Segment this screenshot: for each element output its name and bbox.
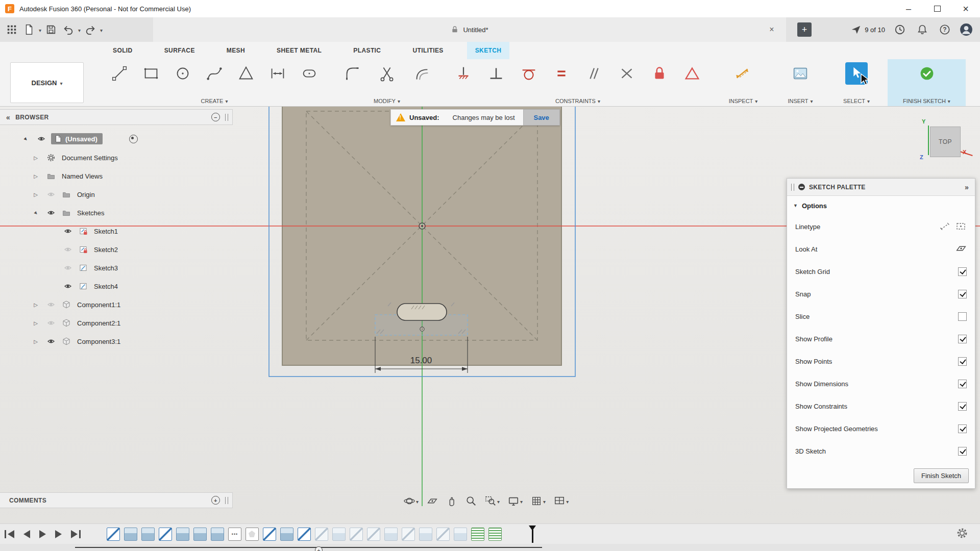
- timeline-zoom-plus-icon[interactable]: [315, 546, 323, 551]
- ghost-sketch[interactable]: [315, 528, 328, 541]
- select-group-label[interactable]: SELECT: [843, 98, 870, 104]
- expand-arrow-icon[interactable]: [28, 210, 43, 216]
- help-icon[interactable]: [937, 22, 952, 37]
- component2-1[interactable]: Component2:1: [77, 319, 120, 327]
- ghost-solid[interactable]: [454, 528, 467, 541]
- avatar[interactable]: [960, 23, 973, 36]
- expand-arrow-icon[interactable]: [28, 155, 43, 161]
- solid[interactable]: [176, 528, 189, 541]
- inspect-measure-tool[interactable]: [732, 62, 754, 85]
- root-visibility-eye-icon[interactable]: [34, 135, 49, 143]
- undo-icon[interactable]: [61, 22, 76, 37]
- save-button[interactable]: Save: [523, 109, 560, 126]
- expand-arrow-icon[interactable]: [28, 173, 43, 179]
- sketch3[interactable]: Sketch3: [94, 264, 118, 272]
- pattern[interactable]: [228, 528, 241, 541]
- maximize-button[interactable]: [923, 0, 951, 17]
- browser-root-item[interactable]: (Unsaved): [0, 129, 233, 148]
- save-icon[interactable]: [43, 22, 59, 37]
- visibility-eye-icon[interactable]: [43, 300, 59, 309]
- expand-arrow-icon[interactable]: [28, 302, 43, 308]
- solid[interactable]: [193, 528, 207, 541]
- ghost-sketch[interactable]: [367, 528, 380, 541]
- browser-item[interactable]: Document Settings: [0, 148, 233, 167]
- solid[interactable]: [124, 528, 137, 541]
- checkbox[interactable]: [958, 447, 967, 456]
- sheet-metal[interactable]: SHEET METAL: [268, 42, 330, 59]
- browser-item[interactable]: Sketch3: [0, 259, 233, 277]
- checkbox[interactable]: [958, 312, 967, 321]
- timeline-playhead[interactable]: [529, 525, 536, 543]
- visibility-eye-icon[interactable]: [43, 319, 59, 327]
- dimension-value[interactable]: 15.00: [410, 356, 432, 365]
- slot-profile[interactable]: [397, 304, 447, 320]
- insert-group-label[interactable]: INSERT: [788, 98, 813, 104]
- browser-item[interactable]: Component3:1: [0, 332, 233, 350]
- finish-sketch-group[interactable]: FINISH SKETCH: [888, 59, 966, 106]
- timeline-step-forward-button[interactable]: [51, 524, 66, 544]
- sketch[interactable]: SKETCH: [467, 42, 510, 59]
- constraints-group-label[interactable]: CONSTRAINTS: [555, 98, 600, 104]
- caret-icon[interactable]: [543, 496, 546, 506]
- checkbox[interactable]: [958, 424, 967, 433]
- visibility-eye-icon[interactable]: [60, 264, 76, 272]
- root-expand-icon[interactable]: [17, 136, 34, 142]
- plastic[interactable]: PLASTIC: [345, 42, 389, 59]
- options-section-header[interactable]: Options: [787, 196, 975, 215]
- job-status[interactable]: 9 of 10: [850, 24, 885, 35]
- visibility-eye-icon[interactable]: [60, 282, 76, 290]
- browser-item[interactable]: Origin: [0, 185, 233, 204]
- add-comment-icon[interactable]: [211, 496, 220, 505]
- minimize-button[interactable]: [894, 0, 923, 17]
- mesh[interactable]: MESH: [218, 42, 253, 59]
- finish-sketch-label[interactable]: FINISH SKETCH: [903, 98, 950, 104]
- app-grid-menu-icon[interactable]: [4, 22, 19, 37]
- active-document-pill[interactable]: (Unsaved): [51, 133, 103, 144]
- ghost-sketch[interactable]: [350, 528, 363, 541]
- palette-collapse-icon[interactable]: [965, 183, 969, 191]
- checkbox[interactable]: [958, 335, 967, 343]
- component1-1[interactable]: Component1:1: [77, 301, 120, 309]
- checkbox[interactable]: [958, 267, 967, 276]
- inspect-group-label[interactable]: INSPECT: [729, 98, 758, 104]
- timeline-step-back-button[interactable]: [19, 524, 35, 544]
- component3-1[interactable]: Component3:1: [77, 338, 120, 345]
- timeline-play-button[interactable]: [35, 524, 51, 544]
- solid[interactable]: SOLID: [105, 42, 141, 59]
- caret-icon[interactable]: [520, 496, 523, 506]
- browser-item[interactable]: Sketch2: [0, 240, 233, 259]
- ghost-solid[interactable]: [332, 528, 346, 541]
- checkbox[interactable]: [958, 290, 967, 298]
- timeline-go-to-start-button[interactable]: [0, 524, 19, 544]
- utilities[interactable]: UTILITIES: [404, 42, 451, 59]
- undo-caret-icon[interactable]: [78, 25, 81, 34]
- origin-point[interactable]: [419, 223, 425, 229]
- thread[interactable]: [488, 528, 502, 541]
- redo-icon[interactable]: [83, 22, 98, 37]
- browser-item[interactable]: Sketch4: [0, 277, 233, 295]
- notifications-bell-icon[interactable]: [915, 22, 930, 37]
- origin[interactable]: Origin: [77, 191, 95, 198]
- tab-close-icon[interactable]: [766, 23, 778, 36]
- sketches[interactable]: Sketches: [77, 209, 104, 217]
- browser-item[interactable]: Component2:1: [0, 314, 233, 332]
- solid[interactable]: [141, 528, 155, 541]
- sketch-palette-header[interactable]: SKETCH PALETTE: [787, 179, 975, 196]
- expand-arrow-icon[interactable]: [28, 192, 43, 197]
- redo-caret-icon[interactable]: [100, 25, 103, 34]
- checkbox[interactable]: [958, 357, 967, 366]
- expand-arrow-icon[interactable]: [28, 320, 43, 326]
- timeline-settings-gear-icon[interactable]: [957, 528, 968, 541]
- file-menu-icon[interactable]: [21, 22, 37, 37]
- solid[interactable]: [280, 528, 293, 541]
- activate-radio-icon[interactable]: [129, 135, 138, 143]
- view-cube[interactable]: TOP Y X Z: [918, 120, 978, 165]
- panel-grip-icon[interactable]: [225, 114, 228, 121]
- close-button[interactable]: [951, 0, 980, 17]
- sketch1[interactable]: Sketch1: [94, 228, 118, 235]
- document-tab[interactable]: Untitled*: [153, 17, 786, 42]
- view-cube-top-face[interactable]: TOP: [930, 127, 961, 157]
- browser-item[interactable]: Sketch1: [0, 222, 233, 240]
- finish-sketch-check-icon[interactable]: [916, 62, 938, 85]
- browser-item[interactable]: Component1:1: [0, 295, 233, 314]
